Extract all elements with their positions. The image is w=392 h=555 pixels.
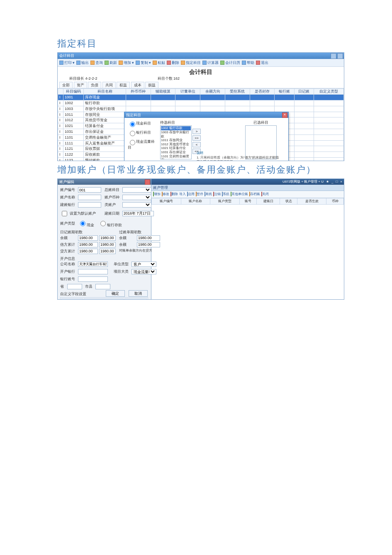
caption-specify-subject: 指定科目 bbox=[57, 37, 392, 50]
grid-header-blank bbox=[58, 89, 63, 95]
mt-pause[interactable]: 暂停 bbox=[196, 192, 203, 196]
input-credit2[interactable] bbox=[99, 249, 116, 254]
grid-header-sealed: 是否封存 bbox=[250, 89, 275, 95]
radio-bankdep[interactable]: 银行存款 bbox=[98, 220, 115, 227]
list-item[interactable]: 1031 存出保证金 bbox=[161, 150, 191, 154]
select-unittype[interactable]: 客户 bbox=[131, 262, 156, 267]
label-acctno: 账户编号 bbox=[60, 188, 77, 192]
select-currency[interactable] bbox=[122, 195, 151, 200]
account-edit-close-icon[interactable] bbox=[145, 179, 150, 185]
toolbar-refresh-button[interactable]: 刷新 bbox=[105, 61, 117, 65]
account-cancel-button[interactable]: 取消 bbox=[129, 290, 148, 297]
window-min-icon[interactable] bbox=[331, 53, 336, 59]
tab-liabilities[interactable]: 负债 bbox=[88, 82, 101, 88]
toolbar-print-button[interactable]: 打印 ▾ bbox=[59, 61, 75, 65]
account-list-grid[interactable]: 账户编号 账户名称 账户类型 账号 建账日 状态 是否生效 币种 bbox=[151, 198, 344, 299]
radio-bank-subject[interactable]: 银行科目 bbox=[128, 130, 156, 136]
category-tabs: 全部 资产 负债 共同 权益 成本 损益 bbox=[58, 82, 344, 89]
pending-label: 待选科目 bbox=[160, 120, 175, 125]
toolbar-query-button[interactable]: 查询 bbox=[90, 61, 103, 65]
account-edit-title: 账户编辑 bbox=[59, 180, 74, 184]
mt-cancel[interactable]: 注销 bbox=[213, 192, 221, 196]
tab-profitloss[interactable]: 损益 bbox=[145, 82, 158, 88]
list-item[interactable]: 1003 存放中央银行款 bbox=[161, 130, 191, 138]
toolbar-calc-button[interactable]: 计算器 bbox=[202, 61, 219, 65]
toolbar-calendar-button[interactable]: 会计日历 bbox=[220, 61, 240, 65]
move-left-button[interactable]: < bbox=[192, 142, 201, 147]
window-close-icon[interactable] bbox=[337, 53, 343, 59]
input-fbal[interactable] bbox=[137, 235, 160, 241]
input-acctname[interactable] bbox=[78, 195, 101, 200]
tab-equity[interactable]: 权益 bbox=[117, 82, 130, 88]
col-name: 账户名称 bbox=[181, 198, 210, 205]
mt-import[interactable]: 导入 bbox=[179, 192, 186, 196]
dialog-close-icon[interactable]: × bbox=[282, 112, 287, 118]
tab-common[interactable]: 共同 bbox=[102, 82, 116, 88]
tab-assets[interactable]: 资产 bbox=[74, 82, 87, 88]
input-date[interactable] bbox=[122, 211, 154, 216]
select-subject[interactable] bbox=[122, 187, 151, 193]
input-company[interactable] bbox=[78, 262, 108, 267]
main-toolbar: 打印 ▾ 输出 查询 刷新 增加 ▾ 复制 ▾ 粘贴 删除 指定科目 计算器 会… bbox=[58, 59, 344, 67]
mt-del[interactable]: 删除 bbox=[170, 192, 178, 196]
label-fy: 余额 bbox=[119, 242, 136, 247]
table-row[interactable]: I1002银行存款 bbox=[58, 100, 344, 106]
tab-all[interactable]: 全部 bbox=[59, 82, 73, 88]
input-balance[interactable] bbox=[78, 235, 98, 241]
checkbox-default[interactable] bbox=[62, 211, 67, 216]
grid-header-dir: 余额方向 bbox=[200, 89, 225, 95]
input-openbank[interactable] bbox=[78, 269, 108, 274]
mt-archive[interactable]: 存档账 bbox=[249, 192, 260, 196]
move-all-right-button[interactable]: >> bbox=[192, 135, 201, 141]
toolbar-help-button[interactable]: 帮助 bbox=[242, 61, 254, 65]
select-itemtype[interactable]: 现金流量项目 bbox=[131, 269, 156, 274]
input-province[interactable] bbox=[67, 284, 82, 289]
toolbar-copy-button[interactable]: 复制 ▾ bbox=[136, 61, 151, 65]
input-fy[interactable] bbox=[137, 242, 160, 247]
custom-fields-grid[interactable]: 状态 关联自定义数据源 数据字段 启用 启用 启用 bbox=[60, 297, 148, 300]
list-item[interactable]: 1012 其他货币资金 bbox=[161, 142, 191, 147]
account-ok-button[interactable]: 确定 bbox=[106, 290, 125, 297]
list-item[interactable]: 1002 银行存款 bbox=[161, 126, 191, 130]
input-bankno[interactable] bbox=[78, 276, 108, 282]
select-kind[interactable] bbox=[122, 202, 151, 208]
list-item[interactable]: 1021 结算备付金 bbox=[161, 146, 191, 150]
list-item[interactable]: 1101 交易性金融资产 bbox=[161, 154, 191, 160]
input-acctno[interactable] bbox=[78, 187, 101, 193]
toolbar-output-button[interactable]: 输出 bbox=[76, 61, 89, 65]
label-acctname: 账户名称 bbox=[60, 195, 77, 200]
radio-cashflow-subject[interactable]: 现金流量科目 bbox=[128, 139, 156, 150]
mt-other[interactable]: 其他单位账 bbox=[231, 192, 248, 196]
radio-cash-subject[interactable]: 现金科目 bbox=[128, 120, 156, 127]
move-right-button[interactable]: > bbox=[192, 129, 201, 134]
mt-close[interactable]: 关闭 bbox=[261, 192, 269, 196]
pending-listbox[interactable]: 1002 银行存款1003 存放中央银行款1011 存放同业1012 其他货币资… bbox=[160, 125, 192, 159]
table-row[interactable]: I1001库存现金 bbox=[58, 95, 344, 100]
toolbar-specify-button[interactable]: 指定科目 bbox=[181, 61, 201, 65]
tab-cost[interactable]: 成本 bbox=[131, 82, 144, 88]
grid-header-sys: 受控系统 bbox=[225, 89, 250, 95]
radio-cash[interactable]: 现金 bbox=[78, 220, 95, 227]
mt-edit[interactable]: 修改 bbox=[162, 192, 169, 196]
mt-offline[interactable]: 离线 bbox=[205, 192, 212, 196]
input-debit[interactable] bbox=[78, 242, 98, 247]
toolbar-delete-button[interactable]: 删除 bbox=[167, 61, 179, 65]
toolbar-add-button[interactable]: 增加 ▾ bbox=[119, 61, 134, 65]
input-city[interactable] bbox=[95, 284, 110, 289]
input-debit2[interactable] bbox=[99, 242, 116, 247]
toolbar-exit-button[interactable]: 退出 bbox=[256, 61, 268, 65]
mt-add[interactable]: 增加 bbox=[153, 192, 161, 196]
table-row[interactable]: I1003存放中央银行款项 bbox=[58, 106, 344, 112]
input-balance2[interactable] bbox=[99, 235, 116, 241]
mt-enable[interactable]: 启用 bbox=[187, 192, 195, 196]
list-item[interactable]: 1011 存放同业 bbox=[161, 138, 191, 142]
input-credit[interactable] bbox=[78, 249, 98, 254]
subtitle: 账户管理 bbox=[151, 185, 344, 191]
label-fbal: 余额 bbox=[119, 236, 136, 240]
input-bank[interactable] bbox=[78, 202, 101, 208]
toolbar-paste-button[interactable]: 粘贴 bbox=[153, 61, 165, 65]
label-province: 省 bbox=[60, 284, 66, 289]
dialog-tip: 说明 1. 只有科目性质（余额方向）为“借方”的末级科目才能指定为现金科目或银行… bbox=[197, 151, 281, 161]
label-openbank: 开户银行 bbox=[60, 269, 77, 274]
mt-sys[interactable]: 系统 bbox=[222, 192, 229, 196]
